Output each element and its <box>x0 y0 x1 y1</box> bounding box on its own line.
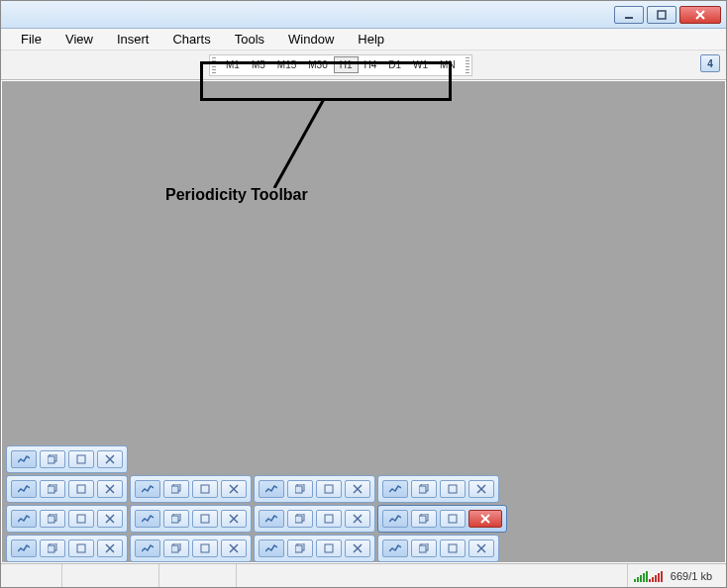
child-maximize-button[interactable] <box>68 480 94 498</box>
child-window-active[interactable] <box>377 505 507 533</box>
child-window[interactable] <box>377 475 499 503</box>
timeframe-m15-button[interactable]: M15 <box>271 56 302 73</box>
child-maximize-button[interactable] <box>440 510 466 528</box>
child-close-button[interactable] <box>221 510 247 528</box>
toolbar-row: M1 M5 M15 M30 H1 H4 D1 W1 MN 4 <box>1 50 726 80</box>
svg-rect-67 <box>449 544 457 552</box>
child-maximize-button[interactable] <box>440 480 466 498</box>
svg-rect-51 <box>48 545 54 552</box>
child-maximize-button[interactable] <box>68 450 94 468</box>
child-maximize-button[interactable] <box>192 480 218 498</box>
child-maximize-button[interactable] <box>68 539 94 557</box>
child-close-button[interactable] <box>221 480 247 498</box>
chart-icon <box>11 510 37 528</box>
menu-file[interactable]: File <box>11 30 52 49</box>
child-window[interactable] <box>254 535 375 562</box>
timeframe-h4-button[interactable]: H4 <box>359 56 383 73</box>
status-cell <box>237 564 628 587</box>
timeframe-h1-button[interactable]: H1 <box>334 56 359 73</box>
chart-icon <box>135 539 160 557</box>
child-close-button[interactable] <box>97 450 123 468</box>
timeframe-w1-button[interactable]: W1 <box>407 56 434 73</box>
chart-icon <box>382 539 408 557</box>
child-close-button[interactable] <box>468 510 502 528</box>
svg-rect-27 <box>449 485 457 493</box>
window-minimize-button[interactable] <box>614 6 644 24</box>
child-maximize-button[interactable] <box>316 510 342 528</box>
child-maximize-button[interactable] <box>192 510 218 528</box>
child-window[interactable] <box>6 475 128 503</box>
svg-rect-42 <box>325 515 333 523</box>
svg-rect-16 <box>171 486 178 493</box>
child-window[interactable] <box>254 505 375 533</box>
child-window[interactable] <box>130 475 252 503</box>
child-window[interactable] <box>254 475 375 503</box>
menu-help[interactable]: Help <box>348 30 394 49</box>
svg-rect-46 <box>419 516 426 523</box>
svg-rect-56 <box>171 545 178 552</box>
child-close-button[interactable] <box>468 480 494 498</box>
child-maximize-button[interactable] <box>68 510 94 528</box>
child-window[interactable] <box>6 505 128 533</box>
periodicity-toolbar: M1 M5 M15 M30 H1 H4 D1 W1 MN <box>209 54 472 76</box>
child-restore-button[interactable] <box>287 480 313 498</box>
child-restore-button[interactable] <box>163 510 189 528</box>
chart-icon <box>259 480 284 498</box>
svg-rect-7 <box>77 455 85 463</box>
child-window[interactable] <box>377 535 499 562</box>
connection-indicator <box>628 564 665 587</box>
child-close-button[interactable] <box>221 539 247 557</box>
child-close-button[interactable] <box>97 510 123 528</box>
menu-tools[interactable]: Tools <box>225 30 274 49</box>
menu-view[interactable]: View <box>55 30 103 49</box>
child-close-button[interactable] <box>345 539 370 557</box>
annotation-label: Periodicity Toolbar <box>165 186 308 204</box>
toolbar-grip-icon[interactable] <box>466 57 469 73</box>
child-maximize-button[interactable] <box>440 539 466 557</box>
child-restore-button[interactable] <box>411 539 437 557</box>
child-window[interactable] <box>6 445 128 473</box>
child-restore-button[interactable] <box>411 480 437 498</box>
child-window[interactable] <box>6 535 128 562</box>
child-maximize-button[interactable] <box>192 539 218 557</box>
child-maximize-button[interactable] <box>316 539 342 557</box>
window-maximize-button[interactable] <box>647 6 676 24</box>
child-close-button[interactable] <box>468 539 494 557</box>
child-close-button[interactable] <box>97 539 123 557</box>
child-close-button[interactable] <box>345 480 370 498</box>
child-restore-button[interactable] <box>163 480 189 498</box>
timeframe-m5-button[interactable]: M5 <box>246 56 271 73</box>
child-restore-button[interactable] <box>287 539 313 557</box>
svg-rect-21 <box>295 486 302 493</box>
timeframe-mn-button[interactable]: MN <box>434 56 462 73</box>
child-restore-button[interactable] <box>40 510 65 528</box>
menu-charts[interactable]: Charts <box>162 30 220 49</box>
chart-icon <box>135 510 160 528</box>
child-restore-button[interactable] <box>287 510 313 528</box>
child-window[interactable] <box>130 535 252 562</box>
timeframe-d1-button[interactable]: D1 <box>382 56 407 73</box>
timeframe-m1-button[interactable]: M1 <box>220 56 246 73</box>
window-titlebar <box>1 1 726 29</box>
child-restore-button[interactable] <box>40 539 65 557</box>
child-close-button[interactable] <box>97 480 123 498</box>
svg-rect-37 <box>201 515 209 523</box>
menu-insert[interactable]: Insert <box>107 30 159 49</box>
svg-rect-36 <box>171 516 178 523</box>
menu-window[interactable]: Window <box>278 30 344 49</box>
status-traffic: 669/1 kb <box>665 570 726 582</box>
child-maximize-button[interactable] <box>316 480 342 498</box>
child-window[interactable] <box>130 505 252 533</box>
child-restore-button[interactable] <box>163 539 189 557</box>
timeframe-m30-button[interactable]: M30 <box>302 56 333 73</box>
chart-icon <box>11 539 37 557</box>
indicator-button[interactable]: 4 <box>700 54 720 72</box>
child-restore-button[interactable] <box>40 450 65 468</box>
child-restore-button[interactable] <box>40 480 65 498</box>
window-close-button[interactable] <box>679 6 721 24</box>
child-restore-button[interactable] <box>411 510 437 528</box>
child-close-button[interactable] <box>345 510 370 528</box>
svg-rect-32 <box>77 515 85 523</box>
toolbar-grip-icon[interactable] <box>212 57 216 73</box>
svg-rect-66 <box>419 545 426 552</box>
